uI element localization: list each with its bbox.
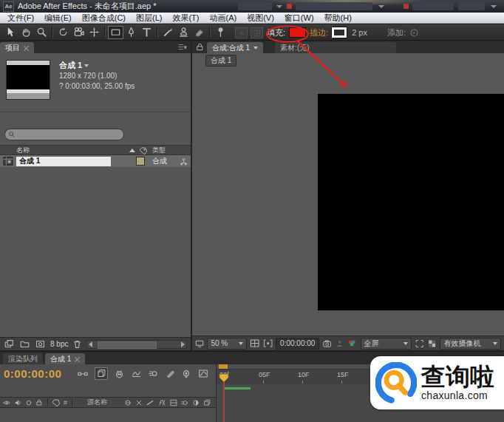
- close-icon[interactable]: [75, 356, 80, 361]
- zoom-tool-icon[interactable]: [34, 26, 50, 39]
- menu-window[interactable]: 窗口(W): [279, 13, 319, 24]
- work-area-start-marker[interactable]: [219, 364, 228, 369]
- solo-icon[interactable]: [25, 399, 33, 406]
- 3d-layer-icon[interactable]: [203, 399, 211, 406]
- menu-file[interactable]: 文件(F): [2, 13, 39, 24]
- stroke-label[interactable]: 描边:: [310, 27, 328, 38]
- row-name-selected[interactable]: 合成 1: [16, 157, 111, 166]
- pen-tool-icon[interactable]: [123, 26, 139, 39]
- composition-viewport[interactable]: [318, 94, 504, 310]
- add-shape-attribute-icon[interactable]: [409, 28, 419, 38]
- audio-icon[interactable]: [14, 399, 22, 406]
- fill-color-swatch[interactable]: [289, 27, 306, 38]
- tab-footage-viewer[interactable]: 素材:(无): [275, 42, 396, 53]
- menu-layer[interactable]: 图层(L): [131, 13, 167, 24]
- comp-thumbnail[interactable]: [6, 60, 50, 100]
- interpret-footage-icon[interactable]: [4, 339, 15, 349]
- magnification-dropdown[interactable]: 50 %: [207, 338, 247, 350]
- mini-flowchart-icon[interactable]: [77, 369, 89, 379]
- camera-tool-icon[interactable]: [71, 26, 86, 39]
- tab-project[interactable]: 项目: [0, 42, 34, 53]
- tab-comp-viewer[interactable]: 合成:合成 1: [207, 42, 263, 53]
- safe-zones-icon[interactable]: [250, 338, 259, 348]
- shy-icon[interactable]: [124, 399, 132, 406]
- hand-tool-icon[interactable]: [18, 26, 34, 39]
- project-list-empty-area[interactable]: [0, 167, 191, 339]
- column-name[interactable]: 名称: [16, 146, 30, 155]
- pan-behind-tool-icon[interactable]: [86, 26, 102, 39]
- lock-icon[interactable]: [196, 42, 204, 52]
- menu-view[interactable]: 视图(V): [242, 13, 279, 24]
- auto-keyframe-icon[interactable]: [181, 369, 191, 379]
- trash-icon[interactable]: [72, 339, 82, 349]
- menu-effect[interactable]: 效果(T): [167, 13, 204, 24]
- menu-edit[interactable]: 编辑(E): [39, 13, 77, 24]
- snapshot-camera-icon[interactable]: [322, 339, 332, 348]
- search-input[interactable]: [18, 129, 120, 140]
- frame-blend-switch-icon[interactable]: [170, 399, 177, 406]
- column-type[interactable]: 类型: [152, 146, 166, 155]
- frame-blending-icon[interactable]: [131, 369, 142, 378]
- transparency-grid-icon[interactable]: [427, 339, 437, 348]
- rectangle-tool-icon[interactable]: [108, 26, 123, 39]
- always-preview-icon[interactable]: [195, 339, 204, 348]
- puppet-pin-tool-icon[interactable]: [213, 26, 228, 39]
- camera-dropdown[interactable]: 有效摄像机: [440, 338, 501, 350]
- close-icon[interactable]: [24, 45, 29, 50]
- new-composition-icon[interactable]: [35, 339, 46, 349]
- fill-label[interactable]: 填充:: [267, 27, 285, 38]
- brush-tool-icon[interactable]: [160, 26, 176, 39]
- resolution-dropdown[interactable]: 全屏: [361, 338, 412, 350]
- comp-timecode[interactable]: 0:00:00:00: [276, 338, 319, 350]
- label-column-icon[interactable]: [140, 146, 148, 154]
- menu-animation[interactable]: 动画(A): [205, 13, 242, 24]
- tab-render-queue[interactable]: 渲染队列: [3, 353, 43, 364]
- source-name-column[interactable]: 源名称: [87, 398, 107, 407]
- horizontal-scrollbar[interactable]: [86, 340, 187, 349]
- show-channels-icon[interactable]: [347, 338, 357, 348]
- collapse-icon[interactable]: [135, 399, 143, 406]
- eraser-tool-icon[interactable]: [191, 26, 207, 39]
- panel-layout-icon[interactable]: [251, 27, 263, 38]
- search-box[interactable]: [4, 129, 124, 140]
- graph-editor-icon[interactable]: [197, 369, 209, 378]
- chevron-down-icon[interactable]: [84, 64, 89, 67]
- lock-icon[interactable]: [35, 398, 43, 406]
- bit-depth[interactable]: 8 bpc: [50, 340, 68, 348]
- label-icon[interactable]: [52, 398, 61, 406]
- scroll-left-icon[interactable]: [89, 341, 92, 347]
- scrollbar-thumb[interactable]: [98, 341, 157, 349]
- adjustment-layer-icon[interactable]: [192, 399, 200, 406]
- playhead-marker[interactable]: [219, 372, 229, 386]
- new-folder-icon[interactable]: [19, 339, 30, 349]
- project-row-comp1[interactable]: 合成 1 合成: [0, 155, 191, 167]
- region-of-interest-icon[interactable]: [415, 339, 424, 348]
- tab-timeline-comp1[interactable]: 合成 1: [45, 353, 85, 364]
- title-bar[interactable]: Ae Adobe After Effects - 未命名项目.aep *: [0, 0, 504, 13]
- comp-nav-button[interactable]: 合成 1: [205, 55, 236, 67]
- brainstorm-icon[interactable]: [165, 369, 175, 378]
- star-icon[interactable]: [235, 27, 248, 38]
- clone-stamp-tool-icon[interactable]: [176, 26, 191, 39]
- quality-icon[interactable]: [146, 399, 154, 406]
- label-color-swatch[interactable]: [136, 157, 145, 166]
- menu-composition[interactable]: 图像合成(C): [77, 13, 131, 24]
- layer-number-column[interactable]: #: [64, 399, 67, 406]
- sort-ascending-icon[interactable]: [129, 149, 135, 152]
- hide-shy-layers-icon[interactable]: [114, 369, 125, 379]
- stroke-color-swatch[interactable]: [332, 27, 347, 38]
- show-snapshot-icon[interactable]: [336, 339, 344, 348]
- mask-visibility-icon[interactable]: [263, 338, 273, 348]
- video-eye-icon[interactable]: [2, 399, 11, 406]
- chevron-down-icon[interactable]: [253, 47, 258, 50]
- motion-blur-icon[interactable]: [148, 369, 159, 378]
- panel-menu-icon[interactable]: ☰▾: [177, 44, 187, 51]
- motion-blur-switch-icon[interactable]: [181, 399, 188, 406]
- draft-3d-icon[interactable]: [95, 367, 108, 380]
- selection-tool-icon[interactable]: [3, 26, 18, 39]
- scroll-right-icon[interactable]: [181, 341, 185, 347]
- effect-fx-icon[interactable]: [157, 399, 166, 406]
- rotate-tool-icon[interactable]: [55, 26, 71, 39]
- stroke-width-value[interactable]: 2 px: [352, 28, 367, 37]
- menu-help[interactable]: 帮助(H): [319, 13, 357, 24]
